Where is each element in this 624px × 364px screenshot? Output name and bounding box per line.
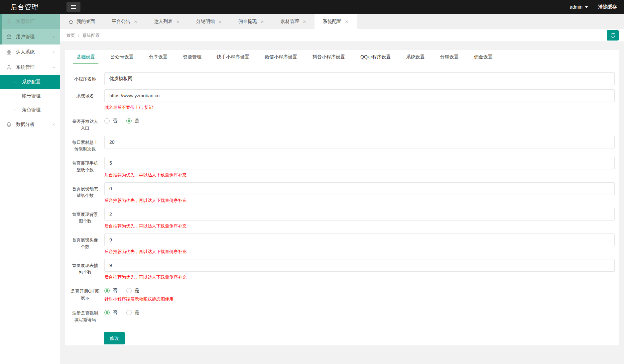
- close-tab-icon[interactable]: ×: [303, 19, 306, 25]
- radio-option[interactable]: 否: [104, 288, 117, 294]
- close-tab-icon[interactable]: ×: [218, 19, 222, 25]
- workspace-tab-yongjintixian[interactable]: 佣金提现×: [230, 14, 272, 29]
- settings-panel: 基础设置公众号设置分享设置资源管理快手小程序设置微信小程序设置抖音小程序设置QQ…: [65, 50, 619, 345]
- field-input-6[interactable]: [104, 208, 615, 221]
- breadcrumb-row: 首页 / 系统配置: [60, 29, 624, 42]
- workspace-tab-sucaiguanli[interactable]: 素材管理×: [272, 14, 314, 29]
- radio-icon[interactable]: [104, 288, 110, 293]
- form-row-0: 小程序名称: [65, 72, 619, 85]
- radio-label: 否: [113, 288, 117, 294]
- form-row-8: 首页展现表情包个数后台推荐为优先，再以达人下载量倒序补充: [65, 259, 619, 280]
- breadcrumb-home-link[interactable]: 首页: [66, 33, 75, 39]
- radio-icon[interactable]: [126, 310, 132, 315]
- radio-icon[interactable]: [126, 118, 132, 124]
- field-body: 后台推荐为优先，再以达人下载量倒序补充: [104, 157, 619, 178]
- sidebar-subitem-xitong-peizhi[interactable]: 系统配置: [0, 75, 60, 89]
- sidebar-subitem-label: 系统配置: [22, 79, 41, 85]
- radio-icon[interactable]: [104, 118, 110, 124]
- settings-tabs: 基础设置公众号设置分享设置资源管理快手小程序设置微信小程序设置抖音小程序设置QQ…: [65, 50, 619, 64]
- chevron-right-icon: [13, 108, 17, 112]
- tab-label: 分销明细: [196, 19, 215, 25]
- close-tab-icon[interactable]: ×: [176, 19, 180, 25]
- sidebar-item-daren-xitong[interactable]: 达人系统: [0, 45, 60, 60]
- settings-tab-0[interactable]: 基础设置: [69, 50, 103, 64]
- field-input-5[interactable]: [104, 182, 615, 195]
- close-tab-icon[interactable]: ×: [345, 19, 348, 25]
- workspace-tab-wodezhuomian[interactable]: 我的桌面: [60, 14, 103, 29]
- user-menu[interactable]: admin: [570, 4, 588, 10]
- tab-label: 平台公告: [112, 19, 130, 25]
- username: admin: [570, 4, 582, 10]
- user-icon: [6, 64, 12, 70]
- field-label: 首页展现背景图个数: [65, 208, 104, 229]
- radio-option[interactable]: 否: [104, 310, 117, 316]
- field-input-0[interactable]: [104, 72, 615, 85]
- sidebar-item-shuju-fenxi[interactable]: 数据分析: [0, 117, 60, 132]
- tab-label: 达人列表: [154, 19, 173, 25]
- radio-label: 否: [113, 310, 117, 316]
- radio-icon[interactable]: [104, 310, 110, 315]
- form-row-5: 首页展现动态壁纸个数后台推荐为优先，再以达人下载量倒序补充: [65, 182, 619, 204]
- radio-group: 否是: [104, 285, 615, 294]
- close-tab-icon[interactable]: ×: [134, 19, 137, 25]
- radio-option[interactable]: 否: [104, 118, 117, 124]
- field-input-3[interactable]: [104, 136, 615, 148]
- field-label: 每日素材总上传限制次数: [65, 136, 104, 152]
- workspace-tab-pingtaigonggao[interactable]: 平台公告×: [103, 14, 146, 29]
- sidebar-item-xitong-guanli[interactable]: 系统管理: [0, 60, 60, 75]
- sidebar-subitem-label: 角色管理: [22, 107, 41, 113]
- workspace-tab-fenxiaomingxi[interactable]: 分销明细×: [188, 14, 230, 29]
- clear-cache-button[interactable]: 清除缓存: [598, 4, 617, 10]
- form-row-2: 是否开放达人入口否是: [65, 115, 619, 132]
- field-body: 后台推荐为优先，再以达人下载量倒序补充: [104, 233, 619, 255]
- radio-option[interactable]: 是: [126, 288, 139, 294]
- settings-tab-2[interactable]: 分享设置: [141, 50, 175, 64]
- field-input-8[interactable]: [104, 259, 615, 272]
- settings-tab-4[interactable]: 快手小程序设置: [209, 50, 257, 64]
- sidebar: 资源管理用户管理达人系统系统管理系统配置账号管理角色管理数据分析: [0, 14, 60, 364]
- settings-tab-10[interactable]: 佣金设置: [466, 50, 500, 64]
- radio-label: 是: [135, 118, 139, 124]
- bell-icon: [6, 122, 12, 128]
- field-label: 小程序名称: [65, 72, 104, 85]
- form-row-1: 系统域名域名最后不要带上/，切记: [65, 89, 619, 111]
- settings-tab-5[interactable]: 微信小程序设置: [257, 50, 305, 64]
- radio-option[interactable]: 是: [126, 310, 139, 316]
- hamburger-icon[interactable]: [66, 2, 80, 12]
- field-input-4[interactable]: [104, 157, 615, 169]
- main-content: 基础设置公众号设置分享设置资源管理快手小程序设置微信小程序设置抖音小程序设置QQ…: [60, 42, 624, 364]
- form-row-10: 注册是否强制填写邀请码否是: [65, 307, 619, 323]
- settings-tab-3[interactable]: 资源管理: [175, 50, 209, 64]
- sidebar-item-label: 资源管理: [16, 19, 35, 25]
- field-input-7[interactable]: [104, 233, 615, 246]
- sidebar-accent-strip: [0, 14, 2, 45]
- settings-tab-7[interactable]: QQ小程序设置: [353, 50, 399, 64]
- workspace-tab-darenliebiao[interactable]: 达人列表×: [146, 14, 188, 29]
- chevron-right-icon: [13, 80, 17, 84]
- field-input-1[interactable]: [104, 89, 615, 102]
- settings-tab-1[interactable]: 公众号设置: [103, 50, 141, 64]
- settings-tab-6[interactable]: 抖音小程序设置: [305, 50, 353, 64]
- field-body: 后台推荐为优先，再以达人下载量倒序补充: [104, 259, 619, 280]
- chevron-left-icon: [52, 50, 56, 54]
- field-label: 首页展现手机壁纸个数: [65, 157, 104, 178]
- radio-icon[interactable]: [126, 288, 132, 293]
- sidebar-item-label: 用户管理: [16, 34, 35, 40]
- settings-tab-8[interactable]: 系统设置: [399, 50, 433, 64]
- sidebar-item-label: 达人系统: [16, 49, 35, 55]
- field-body: 否是: [104, 307, 619, 323]
- workspace-tab-xitongpeizhi[interactable]: 系统配置×: [314, 14, 357, 29]
- form-row-4: 首页展现手机壁纸个数后台推荐为优先，再以达人下载量倒序补充: [65, 157, 619, 178]
- settings-tab-9[interactable]: 分销设置: [433, 50, 466, 64]
- field-body: 域名最后不要带上/，切记: [104, 89, 619, 111]
- refresh-button[interactable]: [607, 30, 619, 41]
- radio-option[interactable]: 是: [126, 118, 139, 124]
- sidebar-item-yonghu-guanli[interactable]: 用户管理: [0, 29, 60, 45]
- sidebar-subitem-juese-guanli[interactable]: 角色管理: [0, 103, 60, 117]
- close-tab-icon[interactable]: ×: [261, 19, 264, 25]
- sidebar-item-ziyuan-guanli[interactable]: 资源管理: [0, 14, 60, 29]
- form-row-6: 首页展现背景图个数后台推荐为优先，再以达人下载量倒序补充: [65, 208, 619, 229]
- sidebar-subitem-zhanghao-guanli[interactable]: 账号管理: [0, 89, 60, 103]
- chevron-left-icon: [52, 20, 56, 24]
- save-button[interactable]: 修改: [104, 332, 125, 344]
